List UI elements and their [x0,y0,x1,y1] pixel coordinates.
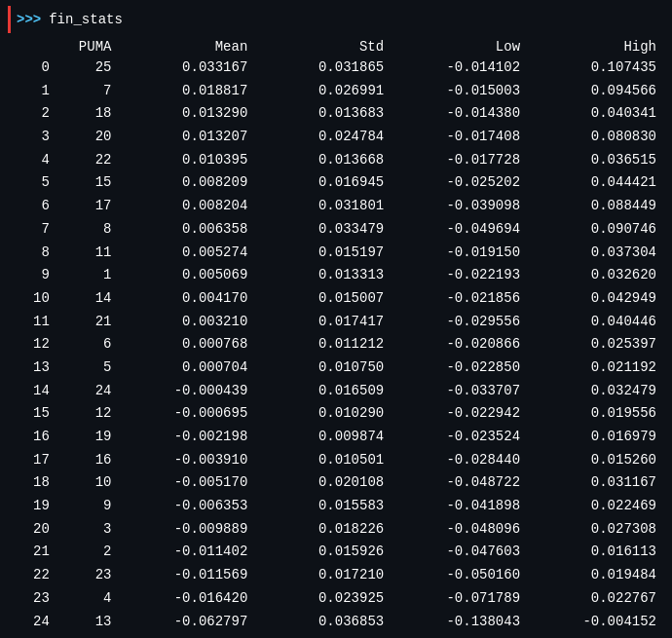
cell-puma: 9 [57,495,120,518]
cell-high: 0.037304 [528,242,664,265]
header-mean: Mean [119,37,255,56]
cell-low: -0.048096 [392,518,528,542]
table-row: 1810-0.0051700.020108-0.0487220.031167 [8,471,664,495]
cell-std: 0.013668 [255,149,392,172]
cell-high: 0.019556 [528,402,664,426]
cell-high: 0.016113 [528,541,664,564]
table-row: 11210.0032100.017417-0.0295560.040446 [8,311,664,334]
cell-low: -0.049694 [392,218,528,242]
cell-low: -0.041898 [392,495,528,518]
cell-mean: 0.013290 [119,102,255,126]
cell-mean: 0.033167 [119,56,255,80]
cell-high: 0.040341 [528,102,664,126]
table-row: 10140.0041700.015007-0.0218560.042949 [8,287,664,311]
cell-low: -0.039098 [392,195,528,218]
cell-index: 24 [8,611,57,634]
table-row: 780.0063580.033479-0.0496940.090746 [8,218,664,242]
table-row: 2180.0132900.013683-0.0143800.040341 [8,102,664,126]
cell-low: -0.033707 [392,380,528,403]
table-row: 1350.0007040.010750-0.0228500.021192 [8,357,664,380]
cell-high: 0.022469 [528,495,664,518]
cell-mean: 0.000768 [119,333,255,357]
cell-low: -0.138043 [392,611,528,634]
cell-mean: -0.000695 [119,402,255,426]
table-row: 2413-0.0627970.036853-0.138043-0.004152 [8,611,664,634]
cell-puma: 17 [57,195,120,218]
cell-mean: 0.005274 [119,242,255,265]
cell-high: 0.032479 [528,380,664,403]
cell-std: 0.016945 [255,171,392,195]
cell-std: 0.013683 [255,102,392,126]
table-row: 1512-0.0006950.010290-0.0229420.019556 [8,402,664,426]
header-puma: PUMA [57,37,120,56]
cell-low: -0.071789 [392,587,528,611]
cell-low: -0.017728 [392,149,528,172]
cell-puma: 20 [57,126,120,149]
cell-mean: -0.016420 [119,587,255,611]
cell-std: 0.013313 [255,264,392,287]
cell-std: 0.017210 [255,564,392,587]
cell-index: 12 [8,333,57,357]
cell-index: 1 [8,80,57,103]
cell-index: 7 [8,218,57,242]
cell-high: 0.025397 [528,333,664,357]
cell-high: 0.031167 [528,471,664,495]
table-row: 6170.0082040.031801-0.0390980.088449 [8,195,664,218]
cell-high: 0.044421 [528,171,664,195]
cell-mean: -0.062797 [119,611,255,634]
cell-puma: 6 [57,333,120,357]
header-high: High [528,37,664,56]
cell-high: 0.080830 [528,126,664,149]
cell-high: 0.042949 [528,287,664,311]
cell-puma: 25 [57,56,120,80]
cell-low: -0.029556 [392,311,528,334]
cell-high: 0.016979 [528,426,664,449]
cell-high: 0.107435 [528,56,664,80]
cell-puma: 23 [57,564,120,587]
header-index [8,37,57,56]
cell-std: 0.017417 [255,311,392,334]
cell-puma: 14 [57,287,120,311]
cell-index: 16 [8,426,57,449]
cell-std: 0.010750 [255,357,392,380]
table-header-row: PUMA Mean Std Low High [8,37,664,56]
table-row: 910.0050690.013313-0.0221930.032620 [8,264,664,287]
cell-high: 0.040446 [528,311,664,334]
cell-puma: 3 [57,518,120,542]
cell-index: 21 [8,541,57,564]
cell-puma: 1 [57,264,120,287]
cell-mean: -0.003910 [119,449,255,472]
cell-high: 0.094566 [528,80,664,103]
cell-mean: -0.002198 [119,426,255,449]
cell-high: 0.088449 [528,195,664,218]
cell-std: 0.009874 [255,426,392,449]
cell-index: 20 [8,518,57,542]
cell-index: 15 [8,402,57,426]
cell-mean: 0.006358 [119,218,255,242]
prompt-command: fin_stats [49,12,123,27]
cell-puma: 10 [57,471,120,495]
cell-std: 0.015197 [255,242,392,265]
data-table-container: PUMA Mean Std Low High 0250.0331670.0318… [0,37,672,633]
cell-high: 0.027308 [528,518,664,542]
cell-std: 0.010501 [255,449,392,472]
cell-index: 10 [8,287,57,311]
cell-mean: -0.011569 [119,564,255,587]
header-low: Low [392,37,528,56]
cell-puma: 2 [57,541,120,564]
cell-index: 13 [8,357,57,380]
table-row: 1424-0.0004390.016509-0.0337070.032479 [8,380,664,403]
cell-index: 5 [8,171,57,195]
table-row: 5150.0082090.016945-0.0252020.044421 [8,171,664,195]
cell-low: -0.047603 [392,541,528,564]
cell-puma: 24 [57,380,120,403]
cell-low: -0.020866 [392,333,528,357]
cell-low: -0.023524 [392,426,528,449]
table-row: 8110.0052740.015197-0.0191500.037304 [8,242,664,265]
cell-mean: -0.009889 [119,518,255,542]
cell-high: 0.032620 [528,264,664,287]
cell-mean: 0.018817 [119,80,255,103]
cell-index: 14 [8,380,57,403]
table-row: 234-0.0164200.023925-0.0717890.022767 [8,587,664,611]
cell-std: 0.033479 [255,218,392,242]
